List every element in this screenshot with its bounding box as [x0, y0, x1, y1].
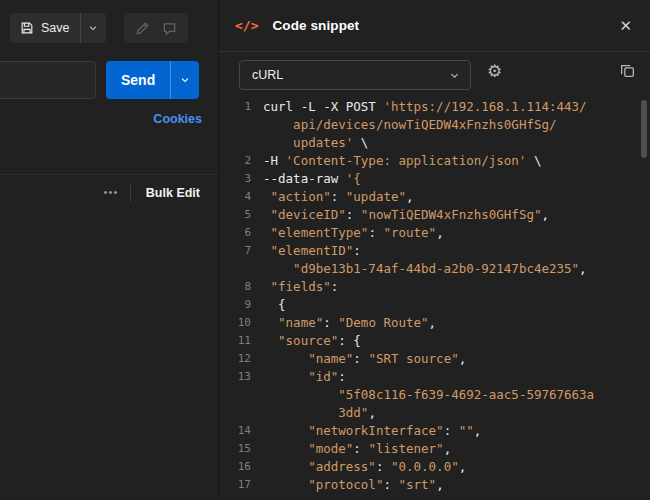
code-row: "5f08c116-f639-4692-aac5-59767663a — [219, 386, 650, 404]
line-number: 17 — [219, 476, 251, 494]
code-row: 12 "name": "SRT source", — [219, 350, 650, 368]
line-number — [219, 116, 251, 134]
code-row: 3--data-raw '{ — [219, 170, 650, 188]
chevron-down-icon — [180, 75, 190, 85]
code-line: "elementID": — [263, 242, 361, 260]
params-header-row: ••• Bulk Edit — [0, 174, 218, 210]
scrollbar-thumb[interactable] — [641, 100, 647, 158]
panel-title: Code snippet — [272, 18, 359, 33]
more-options-button[interactable]: ••• — [96, 184, 127, 202]
code-line: "mode": "listener", — [263, 440, 451, 458]
line-number: 14 — [219, 422, 251, 440]
code-snippet-panel: </> Code snippet ✕ cURL ⚙ 1curl -L -X PO… — [218, 0, 650, 500]
code-rows: 1curl -L -X POST 'https://192.168.1.114:… — [219, 98, 650, 494]
line-number: 4 — [219, 188, 251, 206]
code-row: 6 "elementType": "route", — [219, 224, 650, 242]
code-line: "source": { — [263, 332, 361, 350]
line-number: 8 — [219, 278, 251, 296]
code-line: 3dd", — [263, 404, 376, 422]
code-area: 1curl -L -X POST 'https://192.168.1.114:… — [219, 98, 650, 500]
line-number: 10 — [219, 314, 251, 332]
divider — [130, 184, 131, 202]
line-number: 5 — [219, 206, 251, 224]
code-row: 5 "deviceID": "nowTiQEDW4xFnzhs0GHfSg", — [219, 206, 650, 224]
comment-icon — [162, 21, 177, 36]
close-icon[interactable]: ✕ — [617, 16, 634, 35]
code-row: 1curl -L -X POST 'https://192.168.1.114:… — [219, 98, 650, 116]
line-number: 16 — [219, 458, 251, 476]
language-select[interactable]: cURL — [239, 60, 471, 90]
line-number — [219, 260, 251, 278]
code-row: 9 { — [219, 296, 650, 314]
chevron-down-icon — [88, 23, 98, 33]
line-number — [219, 134, 251, 152]
code-row: updates' \ — [219, 134, 650, 152]
code-line: "name": "SRT source", — [263, 350, 466, 368]
save-icon — [20, 21, 34, 35]
panel-toolbar: cURL ⚙ — [219, 52, 650, 98]
code-line: -H 'Content-Type: application/json' \ — [263, 152, 541, 170]
line-number: 6 — [219, 224, 251, 242]
send-dropdown-button[interactable] — [170, 61, 199, 99]
line-number: 3 — [219, 170, 251, 188]
chevron-down-icon — [449, 70, 460, 81]
cookies-link[interactable]: Cookies — [153, 112, 202, 126]
code-row: 11 "source": { — [219, 332, 650, 350]
code-line: updates' \ — [263, 134, 368, 152]
line-number: 9 — [219, 296, 251, 314]
send-button[interactable]: Send — [106, 61, 170, 99]
settings-gear-icon[interactable]: ⚙ — [487, 63, 502, 80]
code-line: "elementType": "route", — [263, 224, 444, 242]
panel-header: </> Code snippet ✕ — [219, 0, 650, 52]
code-row: 8 "fields": — [219, 278, 650, 296]
line-number: 15 — [219, 440, 251, 458]
line-number: 2 — [219, 152, 251, 170]
code-row: 14 "networkInterface": "", — [219, 422, 650, 440]
code-line: --data-raw '{ — [263, 170, 361, 188]
save-dropdown-button[interactable] — [80, 13, 106, 43]
pencil-icon — [135, 21, 150, 36]
request-pane: Save Send — [0, 0, 218, 500]
code-row: 15 "mode": "listener", — [219, 440, 650, 458]
code-row: 10 "name": "Demo Route", — [219, 314, 650, 332]
code-line: "address": "0.0.0.0", — [263, 458, 466, 476]
code-row: 16 "address": "0.0.0.0", — [219, 458, 650, 476]
code-row: "d9be13b1-74af-44bd-a2b0-92147bc4e235", — [219, 260, 650, 278]
code-row: 4 "action": "update", — [219, 188, 650, 206]
code-line: "networkInterface": "", — [263, 422, 481, 440]
line-number: 13 — [219, 368, 251, 386]
code-line: "protocol": "srt", — [263, 476, 444, 494]
code-row: api/devices/nowTiQEDW4xFnzhs0GHfSg/ — [219, 116, 650, 134]
code-line: "d9be13b1-74af-44bd-a2b0-92147bc4e235", — [263, 260, 587, 278]
line-number: 7 — [219, 242, 251, 260]
line-number: 11 — [219, 332, 251, 350]
edit-button[interactable] — [133, 19, 152, 38]
code-line: "5f08c116-f639-4692-aac5-59767663a — [263, 386, 594, 404]
code-line: "id": — [263, 368, 346, 386]
code-row: 13 "id": — [219, 368, 650, 386]
save-label: Save — [41, 21, 70, 35]
code-line: curl -L -X POST 'https://192.168.1.114:4… — [263, 98, 587, 116]
line-number — [219, 386, 251, 404]
code-row: 17 "protocol": "srt", — [219, 476, 650, 494]
line-number — [219, 404, 251, 422]
code-line: "fields": — [263, 278, 338, 296]
code-line: "deviceID": "nowTiQEDW4xFnzhs0GHfSg", — [263, 206, 549, 224]
code-line: { — [263, 296, 286, 314]
comments-button[interactable] — [160, 19, 179, 38]
save-button[interactable]: Save — [10, 13, 80, 43]
code-line: "action": "update", — [263, 188, 414, 206]
code-row: 2-H 'Content-Type: application/json' \ — [219, 152, 650, 170]
toolbar-icon-group — [124, 13, 188, 43]
code-row: 3dd", — [219, 404, 650, 422]
bulk-edit-button[interactable]: Bulk Edit — [134, 182, 200, 204]
send-button-group: Send — [106, 61, 199, 99]
line-number: 1 — [219, 98, 251, 116]
line-number: 12 — [219, 350, 251, 368]
url-input[interactable] — [0, 61, 96, 99]
code-line: api/devices/nowTiQEDW4xFnzhs0GHfSg/ — [263, 116, 557, 134]
code-icon: </> — [235, 18, 258, 33]
copy-icon[interactable] — [619, 62, 636, 79]
save-button-group: Save — [10, 13, 106, 43]
code-row: 7 "elementID": — [219, 242, 650, 260]
